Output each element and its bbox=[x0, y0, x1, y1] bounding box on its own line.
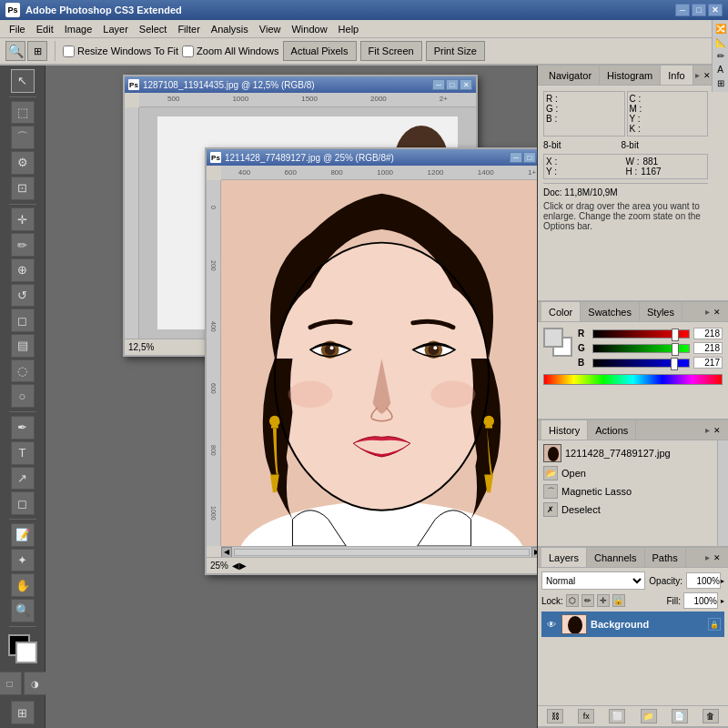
tab-color[interactable]: Color bbox=[541, 302, 581, 321]
layer-eye-background[interactable]: 👁 bbox=[545, 618, 558, 631]
tab-layers[interactable]: Layers bbox=[541, 548, 587, 567]
history-item-0[interactable]: 1211428_77489127.jpg bbox=[540, 442, 726, 464]
move-tool[interactable]: ↖ bbox=[11, 69, 35, 93]
tab-channels[interactable]: Channels bbox=[587, 548, 644, 567]
minimize-button[interactable]: ─ bbox=[675, 4, 690, 16]
brush-tool[interactable]: ✏ bbox=[11, 233, 35, 257]
zoom-out-btn[interactable]: 🔍 bbox=[5, 41, 25, 61]
zoom-reset-btn[interactable]: ⊞ bbox=[27, 41, 47, 61]
doc-canvas-2[interactable] bbox=[221, 180, 537, 546]
doc-max-1[interactable]: □ bbox=[446, 79, 459, 90]
add-link-btn[interactable]: ⛓ bbox=[547, 709, 563, 723]
new-group-btn[interactable]: 📁 bbox=[641, 709, 657, 723]
menu-view[interactable]: View bbox=[254, 22, 287, 36]
clone-stamp-tool[interactable]: ⊕ bbox=[11, 258, 35, 282]
quick-select-tool[interactable]: ⚙ bbox=[11, 151, 35, 175]
tab-actions[interactable]: Actions bbox=[588, 420, 636, 440]
menu-window[interactable]: Window bbox=[286, 22, 332, 36]
history-brush-tool[interactable]: ↺ bbox=[11, 284, 35, 308]
fit-screen-btn[interactable]: Fit Screen bbox=[360, 41, 422, 61]
resize-windows-check[interactable]: Resize Windows To Fit bbox=[63, 46, 178, 57]
panel-side-icon-1[interactable]: 🔀 bbox=[715, 24, 726, 34]
marquee-tool[interactable]: ⬚ bbox=[11, 101, 35, 125]
add-mask-btn[interactable]: ⬜ bbox=[609, 709, 625, 723]
panel-side-icon-4[interactable]: A bbox=[717, 65, 723, 75]
panel-side-icon-2[interactable]: 📐 bbox=[715, 37, 726, 47]
tab-swatches[interactable]: Swatches bbox=[581, 302, 640, 321]
panel-close-color[interactable]: ✕ bbox=[710, 305, 724, 319]
g-value[interactable] bbox=[693, 342, 723, 354]
menu-image[interactable]: Image bbox=[59, 22, 98, 36]
resize-windows-input[interactable] bbox=[63, 46, 75, 57]
b-thumb[interactable] bbox=[671, 358, 678, 370]
blur-tool[interactable]: ◌ bbox=[11, 359, 35, 383]
fill-input[interactable] bbox=[683, 592, 718, 609]
doc-min-2[interactable]: ─ bbox=[510, 152, 522, 163]
fill-arrow[interactable]: ▸ bbox=[721, 597, 724, 605]
tab-info[interactable]: Info bbox=[661, 66, 693, 85]
healing-brush-tool[interactable]: ✛ bbox=[11, 207, 35, 231]
eyedropper-tool[interactable]: ✦ bbox=[11, 549, 35, 572]
maximize-button[interactable]: □ bbox=[692, 4, 706, 16]
panel-side-icon-3[interactable]: ✏ bbox=[717, 51, 724, 61]
tab-styles[interactable]: Styles bbox=[640, 302, 682, 321]
lasso-tool[interactable]: ⌒ bbox=[11, 126, 35, 149]
fg-color-box[interactable] bbox=[543, 328, 563, 348]
doc-nav-arrows-2[interactable]: ◀▶ bbox=[232, 561, 247, 571]
eraser-tool[interactable]: ◻ bbox=[11, 308, 35, 332]
fg-bg-selector[interactable] bbox=[543, 328, 572, 357]
r-track[interactable] bbox=[592, 329, 690, 339]
menu-analysis[interactable]: Analysis bbox=[206, 22, 254, 36]
shape-tool[interactable]: ◻ bbox=[11, 491, 35, 515]
tab-histogram[interactable]: Histogram bbox=[600, 66, 661, 85]
r-value[interactable] bbox=[693, 328, 723, 339]
quick-mask-mode[interactable]: ◑ bbox=[24, 672, 47, 695]
notes-tool[interactable]: 📝 bbox=[11, 523, 35, 547]
gradient-tool[interactable]: ▤ bbox=[11, 334, 35, 358]
zoom-all-check[interactable]: Zoom All Windows bbox=[182, 46, 278, 57]
scrollbar-h-2[interactable]: ◀ ▶ bbox=[221, 546, 537, 557]
zoom-tool[interactable]: 🔍 bbox=[11, 599, 35, 622]
history-scrollbar[interactable] bbox=[717, 440, 728, 546]
path-select-tool[interactable]: ↗ bbox=[11, 467, 35, 490]
tab-history[interactable]: History bbox=[541, 420, 588, 440]
panel-close-layers[interactable]: ✕ bbox=[710, 551, 724, 565]
opacity-arrow[interactable]: ▸ bbox=[721, 577, 724, 585]
lock-all-btn[interactable]: 🔒 bbox=[612, 594, 625, 607]
history-item-2[interactable]: ⌒ Magnetic Lasso bbox=[540, 482, 726, 500]
layers-mode-select[interactable]: Normal bbox=[541, 571, 645, 590]
add-style-btn[interactable]: fx bbox=[578, 709, 594, 723]
g-thumb[interactable] bbox=[672, 343, 679, 356]
new-layer-btn[interactable]: 📄 bbox=[672, 709, 688, 723]
menu-file[interactable]: File bbox=[4, 22, 31, 36]
g-track[interactable] bbox=[592, 344, 690, 353]
lock-image-btn[interactable]: ✏ bbox=[581, 594, 594, 607]
layer-item-background[interactable]: 👁 Background 🔒 bbox=[541, 612, 724, 637]
hand-tool[interactable]: ✋ bbox=[11, 573, 35, 597]
doc-close-1[interactable]: ✕ bbox=[460, 79, 472, 90]
history-item-3[interactable]: ✗ Deselect bbox=[540, 500, 726, 519]
history-item-1[interactable]: 📂 Open bbox=[540, 464, 726, 482]
panel-side-icon-5[interactable]: ⊞ bbox=[717, 78, 724, 88]
menu-layer[interactable]: Layer bbox=[97, 22, 134, 36]
background-color[interactable] bbox=[15, 642, 37, 663]
close-button[interactable]: ✕ bbox=[708, 4, 723, 16]
actual-pixels-btn[interactable]: Actual Pixels bbox=[283, 41, 357, 61]
menu-select[interactable]: Select bbox=[134, 22, 173, 36]
dodge-tool[interactable]: ○ bbox=[11, 384, 35, 408]
menu-help[interactable]: Help bbox=[333, 22, 365, 36]
screen-mode[interactable]: ⊞ bbox=[11, 701, 35, 724]
menu-edit[interactable]: Edit bbox=[31, 22, 59, 36]
r-thumb[interactable] bbox=[672, 329, 679, 341]
opacity-input[interactable] bbox=[686, 572, 721, 589]
doc-min-1[interactable]: ─ bbox=[432, 79, 445, 90]
tab-navigator[interactable]: Navigator bbox=[541, 66, 600, 85]
standard-mode[interactable]: □ bbox=[0, 672, 22, 695]
delete-layer-btn[interactable]: 🗑 bbox=[703, 709, 719, 723]
menu-filter[interactable]: Filter bbox=[172, 22, 205, 36]
lock-transparent-btn[interactable]: ⬡ bbox=[566, 594, 579, 607]
zoom-all-input[interactable] bbox=[182, 46, 194, 57]
text-tool[interactable]: T bbox=[11, 441, 35, 465]
b-track[interactable] bbox=[592, 359, 690, 368]
b-value[interactable] bbox=[693, 357, 723, 369]
